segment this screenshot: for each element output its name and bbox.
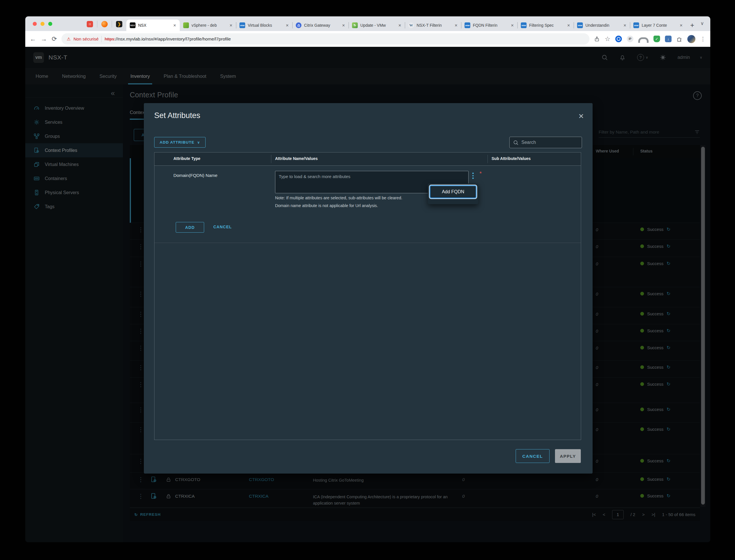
maximize-window-button[interactable] (48, 22, 52, 26)
minimize-window-button[interactable] (41, 22, 45, 26)
add-fqdn-button[interactable]: Add FQDN (429, 185, 476, 198)
lock-favicon (296, 22, 302, 28)
update-favicon: ↻ (352, 22, 358, 28)
vmw-favicon: vmw (464, 22, 470, 28)
browser-menu-kebab-icon[interactable]: ⋮ (700, 36, 706, 42)
browser-toolbar: ← → ⟳ ⚠ Non sécurisé https://nsx.myvlab.… (25, 31, 710, 47)
vmw-favicon: vmw (521, 22, 526, 28)
browser-tab[interactable]: WNSX-T Filterin✕ (405, 20, 461, 31)
profile-avatar[interactable] (687, 35, 695, 43)
modal-search-input[interactable]: Search (509, 137, 582, 148)
search-placeholder: Search (521, 140, 536, 145)
attributes-table: Attribute Type Attribute Name/Values Sub… (154, 152, 581, 440)
tab-close-icon[interactable]: ✕ (623, 23, 626, 28)
divider (271, 155, 271, 163)
back-icon[interactable]: ← (30, 35, 36, 43)
browser-tab-strip: ∷ ❯ NSXNSX✕vSphere - deb✕vmwVirtual Bloc… (25, 16, 710, 31)
pinned-tab-grafana-icon[interactable] (101, 21, 108, 27)
attribute-row-kebab-icon[interactable] (472, 173, 474, 179)
attribute-input-placeholder: Type to load & search more attributes (279, 174, 350, 179)
tab-close-icon[interactable]: ✕ (680, 23, 683, 28)
search-icon (513, 140, 518, 145)
tab-close-icon[interactable]: ✕ (342, 23, 345, 28)
password-manager-extension-icon[interactable] (615, 36, 622, 42)
pinned-tab-red-icon[interactable]: ∷ (87, 21, 93, 27)
tab-title: NSX-T Filterin (416, 23, 452, 28)
download-extension-icon[interactable]: ↓ (665, 36, 672, 42)
url-path: ://nsx.myvlab.io/nsx/#/app/inventory/l7p… (114, 36, 231, 41)
tab-close-icon[interactable]: ✕ (398, 23, 401, 28)
tab-close-icon[interactable]: ✕ (230, 23, 233, 28)
note-line-2: Domain name attribute is not applicable … (275, 203, 378, 208)
tab-list: NSXNSX✕vSphere - deb✕vmwVirtual Blocks✕C… (126, 20, 673, 31)
browser-tab[interactable]: vmwFiltering Spec✕ (517, 20, 574, 31)
shield-check-extension-icon[interactable]: ✓ (653, 36, 660, 42)
add-attribute-button[interactable]: ADD ATTRIBUTE ∨ (154, 137, 206, 148)
note-line-1: Note: If multiple attributes are selecte… (275, 196, 402, 200)
tab-title: vSphere - deb (192, 23, 227, 28)
tab-close-icon[interactable]: ✕ (454, 23, 458, 28)
modal-cancel-button[interactable]: CANCEL (516, 449, 549, 463)
share-icon[interactable] (594, 36, 600, 42)
puzzle-extensions-icon[interactable] (676, 36, 682, 42)
column-attribute-name-values: Attribute Name/Values (275, 156, 318, 161)
address-bar[interactable]: ⚠ Non sécurisé https://nsx.myvlab.io/nsx… (61, 33, 589, 45)
tab-title: Update - VMw (360, 23, 395, 28)
new-tab-icon[interactable]: + (690, 21, 694, 29)
tab-close-icon[interactable]: ✕ (173, 23, 176, 28)
pinned-tabs: ∷ ❯ (87, 19, 122, 29)
browser-tab[interactable]: NSXNSX✕ (126, 20, 180, 31)
macos-traffic-lights (33, 22, 52, 26)
cancel-link[interactable]: CANCEL (213, 225, 232, 229)
chevron-down-icon: ∨ (197, 140, 200, 144)
browser-tab[interactable]: vSphere - deb✕ (180, 20, 236, 31)
divider (112, 21, 112, 28)
attributes-table-header: Attribute Type Attribute Name/Values Sub… (155, 152, 581, 166)
pinned-tab-plex-icon[interactable]: ❯ (116, 21, 122, 27)
tab-title: Virtual Blocks (248, 23, 283, 28)
tab-title: FQDN Filterin (473, 23, 508, 28)
divider (487, 155, 488, 163)
ip-lookup-extension-icon[interactable]: IP (627, 36, 633, 42)
url-text[interactable]: https://nsx.myvlab.io/nsx/#/app/inventor… (105, 36, 231, 42)
column-attribute-type: Attribute Type (173, 156, 200, 161)
tab-title: NSX (138, 23, 171, 28)
browser-tab[interactable]: vmwVirtual Blocks✕ (236, 20, 292, 31)
tab-title: Filtering Spec (529, 23, 564, 28)
url-protocol: https (105, 36, 114, 41)
set-attributes-modal: Set Attributes ✕ ADD ATTRIBUTE ∨ Search … (144, 103, 593, 474)
vmw-favicon: vmw (633, 22, 639, 28)
modal-close-icon[interactable]: ✕ (578, 112, 584, 120)
tab-close-icon[interactable]: ✕ (511, 23, 514, 28)
attribute-edit-row: Domain(FQDN) Name Type to load & search … (155, 166, 581, 243)
nsx-app: vm NSX-T ? ∨ admin ∨ (25, 47, 710, 542)
divider (97, 21, 97, 28)
vmw-favicon: vmw (240, 22, 245, 28)
forward-icon[interactable]: → (41, 35, 47, 43)
tab-close-icon[interactable]: ✕ (567, 23, 570, 28)
tab-title: Layer 7 Conte (642, 23, 677, 28)
security-label[interactable]: Non sécurisé (74, 36, 99, 41)
bookmark-star-icon[interactable]: ☆ (605, 35, 610, 43)
close-window-button[interactable] (33, 22, 37, 26)
required-asterisk: * (479, 170, 482, 177)
modal-title: Set Attributes (154, 111, 200, 120)
vmw-favicon: vmw (577, 22, 583, 28)
tab-overflow-chevron-icon[interactable]: ∨ (701, 20, 704, 26)
reload-icon[interactable]: ⟳ (52, 35, 57, 43)
tab-title: Understandin (585, 23, 621, 28)
browser-tab[interactable]: vmwFQDN Filterin✕ (461, 20, 517, 31)
column-sub-attribute-values: Sub Attribute/Values (491, 156, 530, 161)
browser-tab[interactable]: vmwLayer 7 Conte✕ (630, 20, 686, 31)
add-button[interactable]: ADD (176, 222, 204, 233)
browser-tab[interactable]: vmwUnderstandin✕ (574, 20, 630, 31)
security-warning-icon[interactable]: ⚠ (67, 36, 70, 42)
vpn-extension-icon[interactable] (638, 37, 649, 43)
toolbar-icons: ☆ IP ✓ ↓ ⋮ (594, 35, 706, 43)
tab-title: Citrix Gateway (304, 23, 340, 28)
modal-apply-button[interactable]: APPLY (555, 449, 581, 463)
browser-tab[interactable]: Citrix Gateway✕ (292, 20, 349, 31)
nsx-favicon: NSX (130, 22, 136, 28)
tab-close-icon[interactable]: ✕ (286, 23, 289, 28)
browser-tab[interactable]: ↻Update - VMw✕ (349, 20, 405, 31)
